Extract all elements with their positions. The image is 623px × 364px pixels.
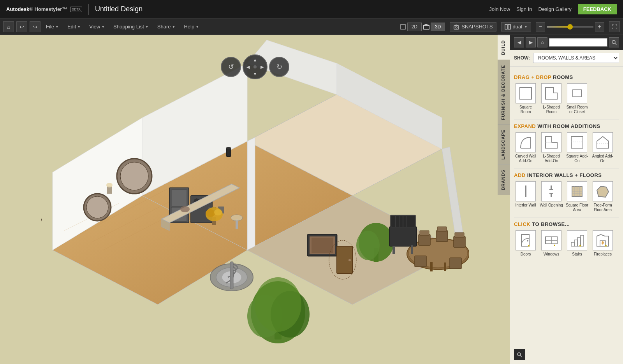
svg-rect-126 (581, 235, 584, 246)
doors-icon (516, 230, 536, 250)
redo-button[interactable]: ↪ (30, 21, 40, 32)
help-menu[interactable]: Help ▼ (181, 22, 202, 31)
interior-wall-item[interactable]: Interior Wall (514, 181, 537, 212)
windows-item[interactable]: Windows (540, 230, 563, 257)
sq-floor-item[interactable]: Square Floor Area (565, 181, 589, 212)
nav-right-arrow[interactable]: ▶ (259, 64, 265, 70)
nav-center-dot[interactable] (253, 65, 257, 68)
fireplaces-item[interactable]: Fireplaces (591, 230, 614, 257)
build-tab[interactable]: BUILD (498, 35, 510, 60)
view-menu[interactable]: View ▼ (86, 22, 108, 31)
svg-rect-64 (437, 227, 447, 231)
angled-addon-item[interactable]: Angled Add-On (591, 132, 614, 163)
svg-rect-88 (226, 148, 231, 157)
svg-rect-7 (508, 24, 510, 29)
snapshots-button[interactable]: SNAPSHOTS (450, 22, 496, 32)
svg-rect-69 (389, 227, 417, 246)
svg-point-127 (579, 245, 581, 247)
square-addon-item[interactable]: Square Add-On (565, 132, 589, 163)
svg-point-38 (180, 206, 190, 212)
svg-rect-76 (392, 246, 395, 254)
panel-home-button[interactable]: ⌂ (537, 37, 547, 47)
small-room-item[interactable]: Small Room or Closet (565, 83, 589, 114)
svg-marker-115 (597, 186, 609, 197)
nav-pan-control[interactable]: ▲ ◀ ▶ ▼ (243, 54, 268, 79)
zoom-slider-thumb[interactable] (567, 24, 573, 30)
bottom-search-icon (516, 352, 523, 358)
2d-button[interactable]: 2D (407, 23, 422, 31)
nav-down-arrow[interactable]: ▼ (252, 71, 258, 77)
doors-item[interactable]: Doors (514, 230, 537, 257)
svg-rect-60 (444, 262, 446, 271)
show-label: SHOW: (514, 55, 530, 61)
landscape-tab[interactable]: LANDSCAPE (498, 124, 510, 164)
curved-wall-label: Curved Wall Add-On (514, 154, 537, 163)
l-shaped-room-item[interactable]: L-Shaped Room (540, 83, 563, 114)
sq-floor-icon (567, 181, 587, 201)
fireplaces-svg (595, 233, 610, 248)
l-addon-item[interactable]: L-Shaped Add-On (540, 132, 563, 163)
windows-icon (541, 230, 561, 250)
zoom-out-button[interactable]: − (536, 22, 545, 32)
furnish-tab[interactable]: FURNISH & DECORATE (498, 60, 510, 125)
main-content: ↺ ▲ ◀ ▶ ▼ ↻ (0, 35, 623, 364)
file-menu[interactable]: File ▼ (43, 22, 62, 31)
doors-svg (518, 233, 533, 248)
svg-point-44 (214, 209, 222, 215)
join-now-link[interactable]: Join Now (489, 6, 510, 12)
edit-menu[interactable]: Edit ▼ (64, 22, 84, 31)
svg-point-24 (86, 196, 108, 218)
l-addon-svg (544, 135, 559, 150)
sq-floor-svg (570, 184, 584, 199)
zoom-slider[interactable] (547, 26, 593, 28)
panel-search-button[interactable] (609, 37, 619, 47)
panel-forward-button[interactable]: ▶ (526, 37, 536, 47)
canvas-area[interactable]: ↺ ▲ ◀ ▶ ▼ ↻ (0, 35, 510, 364)
stairs-item[interactable]: Stairs (565, 230, 589, 257)
shopping-list-menu[interactable]: Shopping List ▼ (110, 22, 152, 31)
zoom-in-button[interactable]: + (595, 22, 604, 32)
undo-button[interactable]: ↩ (16, 21, 27, 32)
sep-3 (514, 217, 619, 217)
feedback-button[interactable]: FEEDBACK (578, 4, 617, 14)
share-menu[interactable]: Share ▼ (154, 22, 179, 31)
svg-rect-59 (430, 262, 433, 271)
panel-header: ◀ ▶ ⌂ (510, 35, 623, 50)
logo-area: Autodesk® Homestyler™ BETA (6, 6, 82, 12)
browse-title: CLICK TO BROWSE... (514, 221, 619, 227)
svg-point-26 (120, 162, 148, 190)
nav-up-arrow[interactable]: ▲ (252, 57, 258, 63)
ff-floor-item[interactable]: Free-Form Floor Area (591, 181, 614, 212)
nav-left-arrow[interactable]: ◀ (245, 64, 251, 70)
3d-button[interactable]: 3D (431, 23, 445, 31)
dual-button[interactable]: dual ▼ (501, 22, 531, 32)
square-addon-icon (567, 132, 587, 152)
sign-in-link[interactable]: Sign In (516, 6, 532, 12)
top-divider (88, 4, 89, 15)
panel-bottom-search-button[interactable] (514, 349, 525, 360)
svg-rect-4 (454, 26, 459, 29)
square-room-item[interactable]: Square Room (514, 83, 537, 114)
design-gallery-link[interactable]: Design Gallery (539, 6, 572, 12)
wall-opening-item[interactable]: Wall Opening (540, 181, 563, 212)
svg-rect-94 (573, 90, 581, 97)
svg-point-130 (605, 245, 607, 247)
svg-point-90 (612, 40, 615, 44)
fullscreen-button[interactable]: ⛶ (609, 21, 620, 32)
view-menu-arrow: ▼ (101, 25, 105, 29)
panel-back-button[interactable]: ◀ (514, 37, 524, 47)
curved-wall-item[interactable]: Curved Wall Add-On (514, 132, 537, 163)
top-right-actions: Join Now Sign In Design Gallery FEEDBACK (489, 4, 617, 14)
panel-content[interactable]: DRAG + DROP ROOMS Square Room (510, 66, 623, 364)
windows-svg (544, 233, 559, 248)
rotate-left-button[interactable]: ↺ (221, 57, 241, 77)
rotate-right-button[interactable]: ↻ (269, 57, 289, 77)
interior-wall-svg (518, 184, 533, 199)
show-dropdown[interactable]: ROOMS, WALLS & AREAS (533, 53, 619, 63)
stairs-icon (567, 230, 587, 250)
brands-tab[interactable]: BRANDS (498, 164, 510, 195)
panel-search-input[interactable] (549, 38, 607, 47)
windows-label: Windows (544, 252, 560, 257)
home-button[interactable]: ⌂ (3, 21, 14, 32)
small-room-svg (570, 86, 584, 101)
